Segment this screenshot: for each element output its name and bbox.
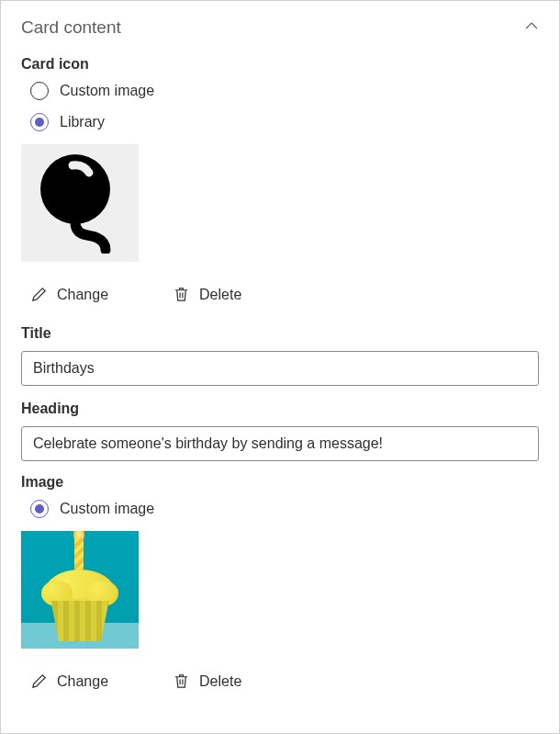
heading-field-block: Heading: [21, 401, 539, 461]
title-label: Title: [21, 325, 539, 342]
radio-label: Library: [60, 114, 105, 130]
balloon-icon: [34, 152, 126, 254]
card-icon-option-library[interactable]: Library: [30, 113, 539, 131]
collapse-chevron-icon[interactable]: [524, 18, 539, 37]
panel-header: Card content: [21, 17, 539, 38]
card-icon-delete-button[interactable]: Delete: [173, 286, 241, 303]
image-option-custom[interactable]: Custom image: [30, 500, 539, 518]
image-radio-group: Custom image: [30, 500, 539, 518]
image-section-label: Image: [21, 474, 539, 491]
heading-label: Heading: [21, 401, 539, 417]
heading-input[interactable]: [21, 426, 539, 461]
image-actions: Change Delete: [30, 672, 539, 690]
radio-icon: [30, 82, 49, 100]
trash-icon: [173, 286, 190, 303]
card-icon-label: Card icon: [21, 56, 539, 73]
card-content-panel: Card content Card icon Custom image Libr…: [0, 0, 560, 734]
button-label: Delete: [199, 287, 241, 303]
image-delete-button[interactable]: Delete: [173, 672, 241, 690]
trash-icon: [173, 672, 190, 690]
card-icon-preview[interactable]: [21, 144, 139, 262]
panel-title: Card content: [21, 17, 121, 38]
cupcake-image: [21, 531, 139, 649]
card-icon-radio-group: Custom image Library: [30, 82, 539, 131]
image-preview[interactable]: [21, 531, 139, 649]
radio-label: Custom image: [60, 83, 154, 99]
button-label: Delete: [199, 673, 241, 690]
card-icon-option-custom[interactable]: Custom image: [30, 82, 539, 100]
card-icon-actions: Change Delete: [30, 286, 539, 303]
radio-label: Custom image: [60, 501, 154, 517]
button-label: Change: [57, 287, 108, 303]
card-icon-change-button[interactable]: Change: [30, 286, 108, 303]
radio-icon: [30, 500, 49, 518]
radio-icon: [30, 113, 49, 131]
pencil-icon: [30, 286, 48, 303]
pencil-icon: [30, 672, 48, 690]
title-field-block: Title: [21, 325, 539, 386]
button-label: Change: [57, 673, 108, 690]
title-input[interactable]: [21, 351, 539, 386]
image-change-button[interactable]: Change: [30, 672, 108, 690]
